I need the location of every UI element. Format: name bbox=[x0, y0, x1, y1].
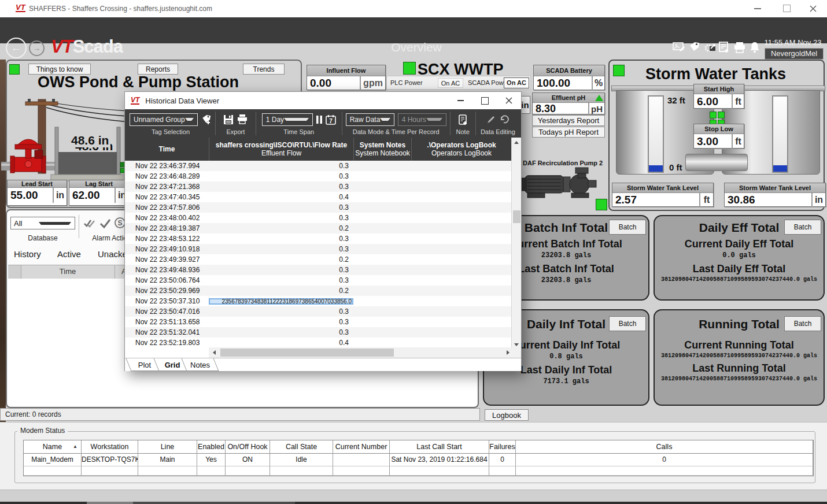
check-icon bbox=[99, 218, 111, 229]
print-button[interactable] bbox=[734, 42, 747, 53]
nav-back-button[interactable]: ← bbox=[6, 38, 27, 58]
modem-col-header[interactable]: Calls bbox=[516, 440, 813, 454]
logbook-button[interactable]: Logbook bbox=[485, 409, 529, 421]
scroll-down-button[interactable] bbox=[512, 343, 521, 346]
modem-col-header[interactable]: Current Number bbox=[333, 440, 390, 454]
storm-level-right-unit: in bbox=[811, 193, 825, 207]
modem-col-header[interactable]: Failures bbox=[489, 440, 516, 454]
hdv-grid-row[interactable]: Nov 22 23:48:19.3870.2 bbox=[125, 223, 511, 234]
hdv-close-button[interactable] bbox=[497, 92, 521, 109]
modem-col-header[interactable]: On/Off Hook bbox=[226, 440, 270, 454]
batch-button[interactable]: Batch bbox=[609, 316, 646, 331]
gear-icon bbox=[704, 42, 717, 53]
window-close-button[interactable] bbox=[800, 0, 826, 17]
hdv-grid-row[interactable]: Nov 22 23:47:57.8060.3 bbox=[125, 202, 511, 213]
add-note-button[interactable] bbox=[719, 42, 732, 53]
app-header: ← → VTScada Overview 11:55 AM Nov 23 Nev… bbox=[0, 17, 827, 43]
scroll-thumb[interactable] bbox=[513, 210, 520, 223]
modem-col-header[interactable]: Name▲ bbox=[24, 440, 82, 454]
hdv-grid-row[interactable]: Nov 22 23:48:00.4020.3 bbox=[125, 213, 511, 223]
tag-select-button[interactable] bbox=[201, 114, 212, 125]
hdv-grid-row[interactable]: Nov 22 23:51:13.6580.3 bbox=[125, 317, 511, 327]
nav-forward-button[interactable]: → bbox=[29, 40, 45, 56]
yesterdays-report-button[interactable]: Yesterdays Report bbox=[532, 115, 605, 126]
hdv-col-time[interactable]: Time bbox=[125, 138, 209, 161]
last-label: Last Running Total bbox=[655, 362, 824, 375]
tag-browser-button[interactable] bbox=[689, 42, 702, 53]
effluent-ph-box: Effluent pH 8.30pH bbox=[532, 92, 605, 114]
hdv-col-flow[interactable]: shaffers crossing\ISCO\RTU\.\Flow RateEf… bbox=[209, 138, 353, 161]
hdv-tab-notes[interactable]: Notes bbox=[184, 358, 216, 371]
hdv-grid-row[interactable]: Nov 22 23:50:47.0160.3 bbox=[125, 306, 511, 317]
hdv-grid-row[interactable]: Nov 22 23:49:10.9180.3 bbox=[125, 244, 511, 254]
alarm-tab-active[interactable]: Active bbox=[57, 249, 81, 259]
batch-button[interactable]: Batch bbox=[784, 316, 821, 331]
divider bbox=[342, 112, 342, 135]
window-minimize-button[interactable] bbox=[745, 0, 770, 17]
start-high-value[interactable]: 6.00 bbox=[694, 95, 732, 108]
modem-col-header[interactable]: Workstation bbox=[82, 440, 138, 454]
hdv-grid-row[interactable]: Nov 22 23:50:29.9690.2 bbox=[125, 286, 511, 296]
hdv-minimize-button[interactable] bbox=[448, 92, 472, 109]
pause-button[interactable] bbox=[316, 116, 322, 124]
window-maximize-button[interactable] bbox=[774, 0, 799, 17]
hdv-grid-row[interactable]: Nov 22 23:51:32.0410.3 bbox=[125, 327, 511, 338]
hdv-grid-row[interactable]: Nov 22 23:47:21.3680.3 bbox=[125, 181, 511, 192]
alarm-database-dropdown[interactable]: All bbox=[10, 217, 75, 229]
todays-ph-report-button[interactable]: Todays pH Report bbox=[532, 127, 605, 138]
alarm-tab-history[interactable]: History bbox=[14, 249, 41, 259]
red-valve-graphic bbox=[10, 139, 46, 173]
window-title: SHAFFERS - Shaffers Crossing - shaffers.… bbox=[29, 5, 212, 13]
signed-in-user-button[interactable]: NevergoldMel bbox=[765, 48, 824, 60]
tag-group-dropdown[interactable]: Unnamed Group bbox=[130, 113, 198, 126]
modem-col-header[interactable]: Enabled bbox=[197, 440, 226, 454]
export-print-button[interactable] bbox=[237, 114, 248, 124]
scroll-right-button[interactable] bbox=[507, 350, 510, 355]
lag-start-value[interactable]: 62.00 bbox=[69, 189, 115, 202]
hdv-grid-row[interactable]: Nov 22 23:47:40.3450.4 bbox=[125, 192, 511, 202]
hdv-col-operators-logbook[interactable]: .\Operators LogBookOperators LogBook bbox=[411, 138, 511, 161]
hdv-vertical-scrollbar[interactable] bbox=[511, 138, 521, 347]
stop-low-value[interactable]: 3.00 bbox=[694, 135, 732, 148]
storm-level-right-box: Storm Water Tank Level 30.86in bbox=[724, 183, 826, 207]
scroll-up-button[interactable] bbox=[512, 138, 521, 147]
batch-button[interactable]: Batch bbox=[784, 220, 821, 235]
scroll-left-button[interactable] bbox=[209, 350, 219, 355]
last-value: 38120980471420058871099589593074237440.0… bbox=[655, 276, 824, 283]
timespan-dropdown[interactable]: 1 Day bbox=[262, 113, 313, 126]
hdv-col-system-notes[interactable]: System NotesSystem Notebook bbox=[353, 138, 411, 161]
hdv-grid-row[interactable]: Nov 22 23:52:19.8030.4 bbox=[125, 338, 511, 347]
lead-start-value[interactable]: 55.00 bbox=[8, 189, 53, 202]
scroll-thumb[interactable] bbox=[220, 349, 394, 357]
export-save-button[interactable] bbox=[223, 114, 234, 125]
hdv-grid-row[interactable]: Nov 22 23:49:48.9360.3 bbox=[125, 265, 511, 275]
hdv-grid-row[interactable]: Nov 22 23:48:53.1220.3 bbox=[125, 234, 511, 244]
alarms-button[interactable] bbox=[750, 42, 762, 53]
application-configuration-button[interactable] bbox=[704, 42, 717, 53]
hdv-horizontal-scrollbar[interactable] bbox=[125, 347, 521, 358]
undo-edit-button bbox=[499, 115, 509, 124]
hdv-grid-row[interactable]: Nov 22 23:50:37.310235678397348381122231… bbox=[125, 296, 511, 306]
modem-col-header[interactable]: Line bbox=[138, 440, 197, 454]
calendar-button[interactable]: 7 bbox=[326, 114, 336, 125]
alarm-ack-all-button[interactable] bbox=[83, 218, 96, 231]
vtscada-logo: VTScada bbox=[51, 36, 123, 57]
hdv-grid-row[interactable]: Nov 22 23:50:06.7640.3 bbox=[125, 275, 511, 286]
batch-button[interactable]: Batch bbox=[609, 220, 646, 235]
last-value: 38120980471420058871099589593074237440.0… bbox=[655, 376, 824, 382]
stop-low-unit: ft bbox=[732, 134, 744, 149]
alarm-ack-button[interactable] bbox=[99, 218, 111, 231]
modem-col-header[interactable]: Call State bbox=[270, 440, 333, 454]
alarm-col-time[interactable]: Time bbox=[21, 267, 115, 276]
trends-button[interactable]: Trends bbox=[243, 64, 285, 75]
hdv-grid-row[interactable]: Nov 22 23:49:39.9270.2 bbox=[125, 254, 511, 265]
hdv-titlebar[interactable]: VT Historical Data Viewer bbox=[125, 92, 521, 109]
display-edit-button[interactable] bbox=[673, 42, 685, 53]
start-high-unit: ft bbox=[732, 94, 744, 109]
data-mode-dropdown[interactable]: Raw Data bbox=[346, 113, 394, 126]
hdv-maximize-button[interactable] bbox=[472, 92, 497, 109]
note-button[interactable] bbox=[458, 114, 468, 125]
hdv-grid-row[interactable]: Nov 22 23:46:37.9940.3 bbox=[125, 161, 511, 171]
hdv-grid-row[interactable]: Nov 22 23:46:48.2890.3 bbox=[125, 171, 511, 181]
modem-col-header[interactable]: Last Call Start bbox=[390, 440, 489, 454]
